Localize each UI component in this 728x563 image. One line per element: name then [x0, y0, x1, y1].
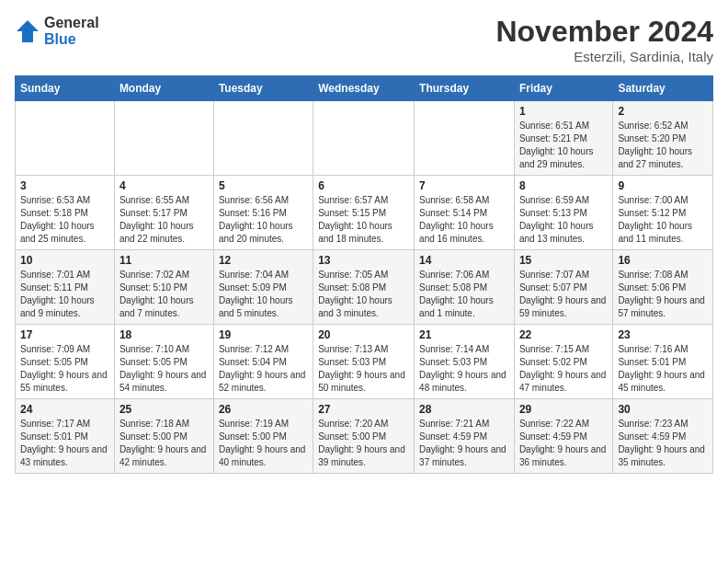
- table-row: [114, 101, 213, 176]
- calendar-table: Sunday Monday Tuesday Wednesday Thursday…: [15, 75, 713, 474]
- day-number: 16: [618, 254, 708, 267]
- day-info: Sunrise: 7:02 AM Sunset: 5:10 PM Dayligh…: [119, 269, 209, 320]
- day-number: 14: [419, 254, 509, 267]
- day-number: 18: [119, 328, 209, 341]
- table-row: 14Sunrise: 7:06 AM Sunset: 5:08 PM Dayli…: [415, 250, 515, 325]
- logo-blue-text: Blue: [44, 31, 99, 48]
- day-info: Sunrise: 6:52 AM Sunset: 5:20 PM Dayligh…: [618, 120, 708, 171]
- day-number: 17: [20, 328, 109, 341]
- table-row: 21Sunrise: 7:14 AM Sunset: 5:03 PM Dayli…: [415, 325, 515, 399]
- table-row: 18Sunrise: 7:10 AM Sunset: 5:05 PM Dayli…: [114, 325, 213, 399]
- day-number: 6: [318, 179, 409, 192]
- day-info: Sunrise: 7:13 AM Sunset: 5:03 PM Dayligh…: [318, 343, 409, 395]
- day-number: 13: [318, 254, 409, 267]
- table-row: [313, 101, 415, 176]
- day-number: 23: [618, 328, 708, 341]
- day-info: Sunrise: 7:21 AM Sunset: 4:59 PM Dayligh…: [419, 418, 509, 469]
- table-row: 25Sunrise: 7:18 AM Sunset: 5:00 PM Dayli…: [114, 399, 213, 474]
- day-number: 1: [519, 105, 608, 118]
- logo-general-text: General: [44, 15, 99, 31]
- table-row: 11Sunrise: 7:02 AM Sunset: 5:10 PM Dayli…: [114, 250, 213, 325]
- page-header: General Blue November 2024 Esterzili, Sa…: [15, 15, 713, 64]
- table-row: 9Sunrise: 7:00 AM Sunset: 5:12 PM Daylig…: [613, 176, 713, 250]
- location-text: Esterzili, Sardinia, Italy: [495, 49, 713, 64]
- table-row: 16Sunrise: 7:08 AM Sunset: 5:06 PM Dayli…: [613, 250, 713, 325]
- svg-marker-0: [17, 20, 39, 42]
- table-row: 17Sunrise: 7:09 AM Sunset: 5:05 PM Dayli…: [16, 325, 115, 399]
- day-number: 12: [219, 254, 308, 267]
- table-row: 6Sunrise: 6:57 AM Sunset: 5:15 PM Daylig…: [313, 176, 415, 250]
- table-row: 15Sunrise: 7:07 AM Sunset: 5:07 PM Dayli…: [514, 250, 612, 325]
- table-row: 8Sunrise: 6:59 AM Sunset: 5:13 PM Daylig…: [514, 176, 612, 250]
- table-row: 13Sunrise: 7:05 AM Sunset: 5:08 PM Dayli…: [313, 250, 415, 325]
- calendar-header-row: Sunday Monday Tuesday Wednesday Thursday…: [16, 76, 713, 101]
- month-title: November 2024: [495, 15, 713, 49]
- calendar-week-row: 24Sunrise: 7:17 AM Sunset: 5:01 PM Dayli…: [16, 399, 713, 474]
- day-number: 4: [119, 179, 209, 192]
- col-tuesday: Tuesday: [213, 76, 313, 101]
- table-row: 28Sunrise: 7:21 AM Sunset: 4:59 PM Dayli…: [415, 399, 515, 474]
- day-info: Sunrise: 7:19 AM Sunset: 5:00 PM Dayligh…: [219, 418, 308, 469]
- day-info: Sunrise: 6:59 AM Sunset: 5:13 PM Dayligh…: [519, 194, 608, 246]
- day-number: 2: [618, 105, 708, 118]
- table-row: 7Sunrise: 6:58 AM Sunset: 5:14 PM Daylig…: [415, 176, 515, 250]
- day-info: Sunrise: 7:04 AM Sunset: 5:09 PM Dayligh…: [219, 269, 308, 320]
- day-info: Sunrise: 7:05 AM Sunset: 5:08 PM Dayligh…: [318, 269, 409, 320]
- table-row: 24Sunrise: 7:17 AM Sunset: 5:01 PM Dayli…: [16, 399, 115, 474]
- day-info: Sunrise: 7:20 AM Sunset: 5:00 PM Dayligh…: [318, 418, 409, 469]
- day-info: Sunrise: 6:53 AM Sunset: 5:18 PM Dayligh…: [20, 194, 109, 246]
- day-number: 28: [419, 403, 509, 416]
- day-number: 8: [519, 179, 608, 192]
- day-number: 21: [419, 328, 509, 341]
- table-row: 12Sunrise: 7:04 AM Sunset: 5:09 PM Dayli…: [213, 250, 313, 325]
- day-info: Sunrise: 6:57 AM Sunset: 5:15 PM Dayligh…: [318, 194, 409, 246]
- col-wednesday: Wednesday: [313, 76, 415, 101]
- calendar-week-row: 17Sunrise: 7:09 AM Sunset: 5:05 PM Dayli…: [16, 325, 713, 399]
- day-number: 7: [419, 179, 509, 192]
- table-row: 5Sunrise: 6:56 AM Sunset: 5:16 PM Daylig…: [213, 176, 313, 250]
- col-saturday: Saturday: [613, 76, 713, 101]
- col-friday: Friday: [514, 76, 612, 101]
- day-info: Sunrise: 6:51 AM Sunset: 5:21 PM Dayligh…: [519, 120, 608, 171]
- day-number: 19: [219, 328, 308, 341]
- day-number: 25: [119, 403, 209, 416]
- table-row: 27Sunrise: 7:20 AM Sunset: 5:00 PM Dayli…: [313, 399, 415, 474]
- day-info: Sunrise: 7:18 AM Sunset: 5:00 PM Dayligh…: [119, 418, 209, 469]
- day-info: Sunrise: 7:01 AM Sunset: 5:11 PM Dayligh…: [20, 269, 109, 320]
- day-number: 30: [618, 403, 708, 416]
- day-number: 11: [119, 254, 209, 267]
- table-row: 3Sunrise: 6:53 AM Sunset: 5:18 PM Daylig…: [16, 176, 115, 250]
- table-row: 30Sunrise: 7:23 AM Sunset: 4:59 PM Dayli…: [613, 399, 713, 474]
- day-info: Sunrise: 7:14 AM Sunset: 5:03 PM Dayligh…: [419, 343, 509, 395]
- table-row: [16, 101, 115, 176]
- table-row: 23Sunrise: 7:16 AM Sunset: 5:01 PM Dayli…: [613, 325, 713, 399]
- day-number: 15: [519, 254, 608, 267]
- day-info: Sunrise: 7:06 AM Sunset: 5:08 PM Dayligh…: [419, 269, 509, 320]
- table-row: 1Sunrise: 6:51 AM Sunset: 5:21 PM Daylig…: [514, 101, 612, 176]
- day-number: 22: [519, 328, 608, 341]
- day-info: Sunrise: 7:17 AM Sunset: 5:01 PM Dayligh…: [20, 418, 109, 469]
- day-info: Sunrise: 7:07 AM Sunset: 5:07 PM Dayligh…: [519, 269, 608, 320]
- logo-icon: [15, 18, 40, 44]
- day-info: Sunrise: 7:10 AM Sunset: 5:05 PM Dayligh…: [119, 343, 209, 395]
- day-info: Sunrise: 6:55 AM Sunset: 5:17 PM Dayligh…: [119, 194, 209, 246]
- calendar-week-row: 10Sunrise: 7:01 AM Sunset: 5:11 PM Dayli…: [16, 250, 713, 325]
- day-number: 20: [318, 328, 409, 341]
- day-info: Sunrise: 7:09 AM Sunset: 5:05 PM Dayligh…: [20, 343, 109, 395]
- day-number: 10: [20, 254, 109, 267]
- table-row: [213, 101, 313, 176]
- table-row: [415, 101, 515, 176]
- calendar-week-row: 3Sunrise: 6:53 AM Sunset: 5:18 PM Daylig…: [16, 176, 713, 250]
- day-info: Sunrise: 7:08 AM Sunset: 5:06 PM Dayligh…: [618, 269, 708, 320]
- logo: General Blue: [15, 15, 99, 47]
- table-row: 2Sunrise: 6:52 AM Sunset: 5:20 PM Daylig…: [613, 101, 713, 176]
- title-section: November 2024 Esterzili, Sardinia, Italy: [495, 15, 713, 64]
- table-row: 29Sunrise: 7:22 AM Sunset: 4:59 PM Dayli…: [514, 399, 612, 474]
- day-info: Sunrise: 7:16 AM Sunset: 5:01 PM Dayligh…: [618, 343, 708, 395]
- day-info: Sunrise: 7:12 AM Sunset: 5:04 PM Dayligh…: [219, 343, 308, 395]
- table-row: 22Sunrise: 7:15 AM Sunset: 5:02 PM Dayli…: [514, 325, 612, 399]
- day-info: Sunrise: 6:56 AM Sunset: 5:16 PM Dayligh…: [219, 194, 308, 246]
- day-info: Sunrise: 6:58 AM Sunset: 5:14 PM Dayligh…: [419, 194, 509, 246]
- day-info: Sunrise: 7:22 AM Sunset: 4:59 PM Dayligh…: [519, 418, 608, 469]
- table-row: 10Sunrise: 7:01 AM Sunset: 5:11 PM Dayli…: [16, 250, 115, 325]
